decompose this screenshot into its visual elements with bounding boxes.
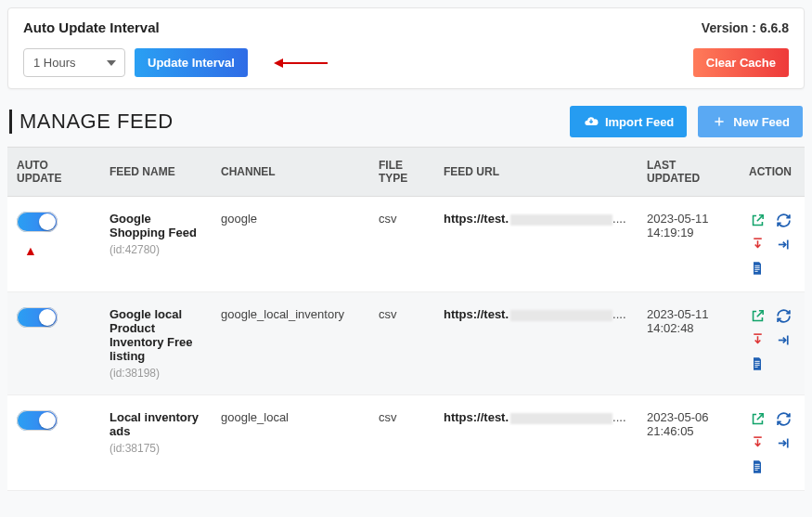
export-icon[interactable] <box>775 434 792 451</box>
feed-last-updated: 2023-05-06 21:46:05 <box>638 395 740 491</box>
row-actions <box>749 212 795 277</box>
download-icon[interactable] <box>749 331 766 348</box>
auto-update-toggle[interactable] <box>17 307 58 328</box>
feed-last-updated: 2023-05-11 14:19:19 <box>638 197 740 292</box>
table-row: ▲ Google Shopping Feed (id:42780) google… <box>7 197 805 292</box>
section-title: MANAGE FEED <box>9 110 174 134</box>
feed-channel: google_local <box>212 395 369 491</box>
feed-url-cell: https://test..... <box>434 292 638 395</box>
feed-id: (id:42780) <box>110 243 202 256</box>
interval-select[interactable]: 1 Hours <box>23 48 125 77</box>
updated-date: 2023-05-11 <box>647 212 730 226</box>
card-title: Auto Update Interval <box>23 19 160 35</box>
col-feed-url: FEED URL <box>434 148 638 197</box>
table-head: AUTO UPDATE FEED NAME CHANNEL FILE TYPE … <box>7 148 805 197</box>
cloud-download-icon <box>583 113 599 130</box>
document-icon[interactable] <box>749 459 766 475</box>
refresh-icon[interactable] <box>775 212 792 228</box>
updated-time: 14:02:48 <box>647 321 730 335</box>
feed-table: AUTO UPDATE FEED NAME CHANNEL FILE TYPE … <box>7 147 805 491</box>
interval-select-wrap: 1 Hours <box>23 48 125 77</box>
download-icon[interactable] <box>749 434 766 451</box>
external-link-icon[interactable] <box>749 410 766 427</box>
row-actions <box>749 307 795 372</box>
updated-date: 2023-05-06 <box>647 410 730 424</box>
feed-name: Google local Product Inventory Free list… <box>110 307 202 363</box>
updated-date: 2023-05-11 <box>647 307 730 321</box>
updated-time: 14:19:19 <box>647 226 730 239</box>
svg-marker-1 <box>274 58 283 68</box>
col-file-type: FILE TYPE <box>369 148 434 197</box>
feed-id: (id:38198) <box>110 367 202 380</box>
refresh-icon[interactable] <box>775 307 792 324</box>
table-body: ▲ Google Shopping Feed (id:42780) google… <box>7 197 805 491</box>
document-icon[interactable] <box>749 355 766 372</box>
export-icon[interactable] <box>775 236 792 252</box>
feed-url-prefix: https://test. <box>444 212 509 226</box>
header-actions: Import Feed New Feed <box>570 106 803 137</box>
col-channel: CHANNEL <box>212 148 369 197</box>
feed-name: Google Shopping Feed <box>110 212 202 239</box>
section-header: MANAGE FEED Import Feed New Feed <box>7 100 805 147</box>
external-link-icon[interactable] <box>749 307 766 324</box>
feed-url-suffix: .... <box>612 307 625 321</box>
feed-url-prefix: https://test. <box>444 410 509 424</box>
export-icon[interactable] <box>775 331 792 348</box>
controls-left: 1 Hours Update Interval <box>23 48 329 77</box>
feed-channel: google <box>212 197 369 292</box>
document-icon[interactable] <box>749 260 766 277</box>
row-actions <box>749 410 795 475</box>
new-feed-label: New Feed <box>733 115 790 129</box>
new-feed-button[interactable]: New Feed <box>698 106 803 137</box>
controls-row: 1 Hours Update Interval Clear Cache <box>23 48 789 77</box>
feed-id: (id:38175) <box>110 442 202 455</box>
auto-update-toggle[interactable] <box>17 410 58 431</box>
feed-url-redacted <box>510 413 612 424</box>
table-row: ▲ Local inventory ads (id:38175) google_… <box>7 395 805 491</box>
feed-name: Local inventory ads <box>110 410 202 438</box>
feed-url-suffix: .... <box>612 410 625 424</box>
card-header: Auto Update Interval Version : 6.6.8 <box>23 19 789 35</box>
feed-url-prefix: https://test. <box>444 307 509 321</box>
auto-update-card: Auto Update Interval Version : 6.6.8 1 H… <box>7 7 805 89</box>
feed-url-redacted <box>510 214 612 226</box>
clear-cache-button[interactable]: Clear Cache <box>693 48 789 77</box>
col-last-updated: LAST UPDATED <box>638 148 740 197</box>
col-action: ACTION <box>740 148 805 197</box>
import-feed-label: Import Feed <box>605 115 674 129</box>
feed-file-type: csv <box>369 292 434 395</box>
feed-url-cell: https://test..... <box>434 395 638 491</box>
feed-url-cell: https://test..... <box>434 197 638 292</box>
table-row: ▲ Google local Product Inventory Free li… <box>7 292 805 395</box>
auto-update-toggle[interactable] <box>17 212 58 232</box>
feed-file-type: csv <box>369 197 434 292</box>
updated-time: 21:46:05 <box>647 424 730 438</box>
plus-icon <box>711 113 728 130</box>
feed-file-type: csv <box>369 395 434 491</box>
feed-last-updated: 2023-05-11 14:02:48 <box>638 292 740 395</box>
feed-url-redacted <box>510 310 612 321</box>
version-label: Version : 6.6.8 <box>702 20 789 35</box>
col-auto-update: AUTO UPDATE <box>7 148 100 197</box>
update-interval-button[interactable]: Update Interval <box>135 48 248 77</box>
feed-url-suffix: .... <box>612 212 625 226</box>
external-link-icon[interactable] <box>749 212 766 228</box>
col-feed-name: FEED NAME <box>100 148 212 197</box>
feed-channel: google_local_inventory <box>212 292 369 395</box>
download-icon[interactable] <box>749 236 766 252</box>
refresh-icon[interactable] <box>775 410 792 427</box>
import-feed-button[interactable]: Import Feed <box>570 106 687 137</box>
pointer-arrow-icon <box>274 57 329 70</box>
pointer-up-icon: ▲ <box>24 244 91 257</box>
